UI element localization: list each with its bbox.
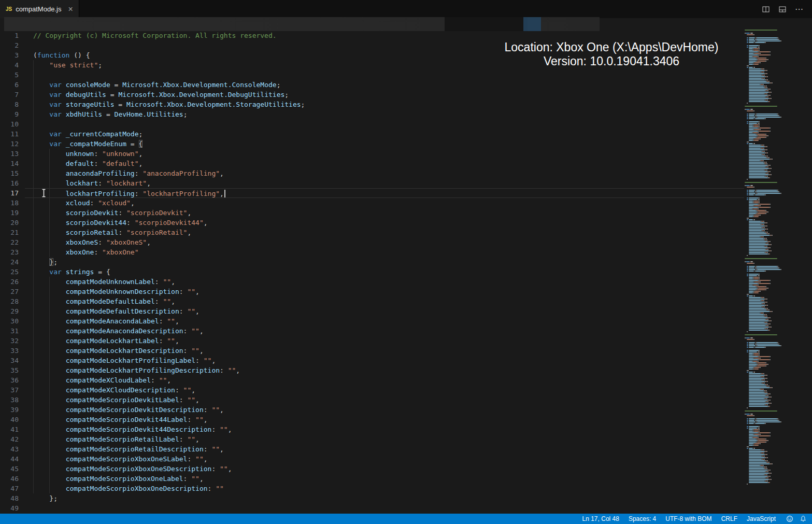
minimap[interactable] — [745, 30, 806, 511]
line-number[interactable]: 16 — [0, 178, 24, 188]
code-line-47[interactable]: compatModeScorpioXboxOneDescription: "" — [33, 484, 744, 493]
line-number[interactable]: 8 — [0, 100, 24, 109]
code-line-1[interactable]: // Copyright (c) Microsoft Corporation. … — [33, 31, 744, 40]
line-number[interactable]: 23 — [0, 247, 24, 257]
line-number[interactable]: 32 — [0, 336, 24, 346]
code-line-18[interactable]: xcloud: "xcloud", — [33, 198, 744, 208]
line-number[interactable]: 3 — [0, 50, 24, 60]
line-number[interactable]: 31 — [0, 326, 24, 336]
code-line-35[interactable]: compatModeLockhartProfilingDescription: … — [33, 365, 744, 375]
code-line-43[interactable]: compatModeScorpioRetailDescription: "", — [33, 444, 744, 454]
line-number[interactable]: 45 — [0, 464, 24, 474]
line-number[interactable]: 11 — [0, 129, 24, 139]
layout-icon[interactable] — [778, 5, 787, 13]
code-line-24[interactable]: }; — [33, 257, 744, 267]
code-line-9[interactable]: var xbdhUtils = DevHome.Utilities; — [33, 109, 744, 119]
line-number[interactable]: 10 — [0, 119, 24, 129]
code-line-8[interactable]: var storageUtils = Microsoft.Xbox.Develo… — [33, 100, 744, 109]
code-line-45[interactable]: compatModeScorpioXboxOneSDescription: ""… — [33, 464, 744, 474]
code-line-40[interactable]: compatModeScorpioDevkit44Label: "", — [33, 415, 744, 424]
line-number[interactable]: 2 — [0, 40, 24, 50]
code-line-26[interactable]: compatModeUnknownLabel: "", — [33, 277, 744, 287]
line-number[interactable]: 40 — [0, 415, 24, 424]
line-number[interactable]: 25 — [0, 267, 24, 277]
code-line-28[interactable]: compatModeDefaultLabel: "", — [33, 296, 744, 306]
code-lines[interactable]: // Copyright (c) Microsoft Corporation. … — [33, 31, 744, 513]
code-line-31[interactable]: compatModeAnacondaDescription: "", — [33, 326, 744, 336]
status-eol[interactable]: CRLF — [721, 515, 737, 522]
line-number[interactable]: 30 — [0, 316, 24, 326]
code-line-39[interactable]: compatModeScorpioDevkitDescription: "", — [33, 405, 744, 415]
code-line-33[interactable]: compatModeLockhartDescription: "", — [33, 346, 744, 356]
line-number[interactable]: 13 — [0, 149, 24, 159]
more-actions-icon[interactable]: ⋯ — [795, 4, 804, 14]
line-number[interactable]: 47 — [0, 484, 24, 493]
line-number[interactable]: 46 — [0, 474, 24, 484]
line-number[interactable]: 35 — [0, 365, 24, 375]
code-line-11[interactable]: var _currentCompatMode; — [33, 129, 744, 139]
tab-compatmode-js[interactable]: JS compatMode.js × — [0, 0, 79, 18]
code-line-19[interactable]: scorpioDevkit: "scorpioDevkit", — [33, 208, 744, 218]
code-line-32[interactable]: compatModeLockhartLabel: "", — [33, 336, 744, 346]
code-line-36[interactable]: compatModeXCloudLabel: "", — [33, 375, 744, 385]
status-language[interactable]: JavaScript — [747, 515, 776, 522]
line-number[interactable]: 42 — [0, 434, 24, 444]
code-line-16[interactable]: lockhart: "lockhart", — [33, 178, 744, 188]
status-indentation[interactable]: Spaces: 4 — [629, 515, 656, 522]
code-line-48[interactable]: }; — [33, 493, 744, 503]
code-line-44[interactable]: compatModeScorpioXboxOneSLabel: "", — [33, 454, 744, 464]
line-number[interactable]: 21 — [0, 228, 24, 237]
line-number[interactable]: 34 — [0, 356, 24, 365]
code-line-34[interactable]: compatModeLockhartProfilingLabel: "", — [33, 356, 744, 365]
code-line-23[interactable]: xboxOne: "xboxOne" — [33, 247, 744, 257]
code-line-7[interactable]: var debugUtils = Microsoft.Xbox.Developm… — [33, 90, 744, 100]
line-number[interactable]: 37 — [0, 385, 24, 395]
code-line-42[interactable]: compatModeScorpioRetailLabel: "", — [33, 434, 744, 444]
code-line-22[interactable]: xboxOneS: "xboxOneS", — [33, 237, 744, 247]
line-number[interactable]: 12 — [0, 139, 24, 149]
notifications-bell-icon[interactable] — [800, 515, 807, 522]
line-number[interactable]: 22 — [0, 237, 24, 247]
code-line-41[interactable]: compatModeScorpioDevkit44Description: ""… — [33, 424, 744, 434]
line-number[interactable]: 20 — [0, 218, 24, 228]
line-number[interactable]: 27 — [0, 287, 24, 296]
feedback-icon[interactable] — [786, 515, 793, 522]
line-number[interactable]: 4 — [0, 60, 24, 70]
code-line-49[interactable] — [33, 503, 744, 513]
line-number[interactable]: 9 — [0, 109, 24, 119]
line-number[interactable]: 44 — [0, 454, 24, 464]
line-number[interactable]: 38 — [0, 395, 24, 405]
code-line-15[interactable]: anacondaProfiling: "anacondaProfiling", — [33, 168, 744, 178]
line-number[interactable]: 43 — [0, 444, 24, 454]
line-number[interactable]: 1 — [0, 31, 24, 40]
line-number[interactable]: 19 — [0, 208, 24, 218]
line-number[interactable]: 39 — [0, 405, 24, 415]
line-number[interactable]: 6 — [0, 80, 24, 90]
line-number[interactable]: 36 — [0, 375, 24, 385]
line-number[interactable]: 24 — [0, 257, 24, 267]
code-line-27[interactable]: compatModeUnknownDescription: "", — [33, 287, 744, 296]
line-number[interactable]: 17 — [0, 188, 24, 198]
code-line-17[interactable]: lockhartProfiling: "lockhartProfiling", — [33, 188, 744, 198]
code-line-20[interactable]: scorpioDevkit44: "scorpioDevkit44", — [33, 218, 744, 228]
code-line-6[interactable]: var consoleMode = Microsoft.Xbox.Develop… — [33, 80, 744, 90]
line-number[interactable]: 48 — [0, 493, 24, 503]
code-line-30[interactable]: compatModeAnacondaLabel: "", — [33, 316, 744, 326]
split-editor-icon[interactable] — [762, 5, 770, 13]
line-number[interactable]: 5 — [0, 70, 24, 80]
code-line-21[interactable]: scorpioRetail: "scorpioRetail", — [33, 228, 744, 237]
tab-close-icon[interactable]: × — [68, 5, 73, 13]
code-line-12[interactable]: var _compatModeEnum = { — [33, 139, 744, 149]
line-number[interactable]: 14 — [0, 159, 24, 168]
code-line-14[interactable]: default: "default", — [33, 159, 744, 168]
code-line-10[interactable] — [33, 119, 744, 129]
code-line-5[interactable] — [33, 70, 744, 80]
line-number[interactable]: 33 — [0, 346, 24, 356]
line-number[interactable]: 18 — [0, 198, 24, 208]
code-line-25[interactable]: var strings = { — [33, 267, 744, 277]
code-line-37[interactable]: compatModeXCloudDescription: "", — [33, 385, 744, 395]
code-line-46[interactable]: compatModeScorpioXboxOneLabel: "", — [33, 474, 744, 484]
line-number-gutter[interactable]: 1234567891011121314151617181920212223242… — [0, 31, 24, 513]
line-number[interactable]: 7 — [0, 90, 24, 100]
code-line-13[interactable]: unknown: "unknown", — [33, 149, 744, 159]
